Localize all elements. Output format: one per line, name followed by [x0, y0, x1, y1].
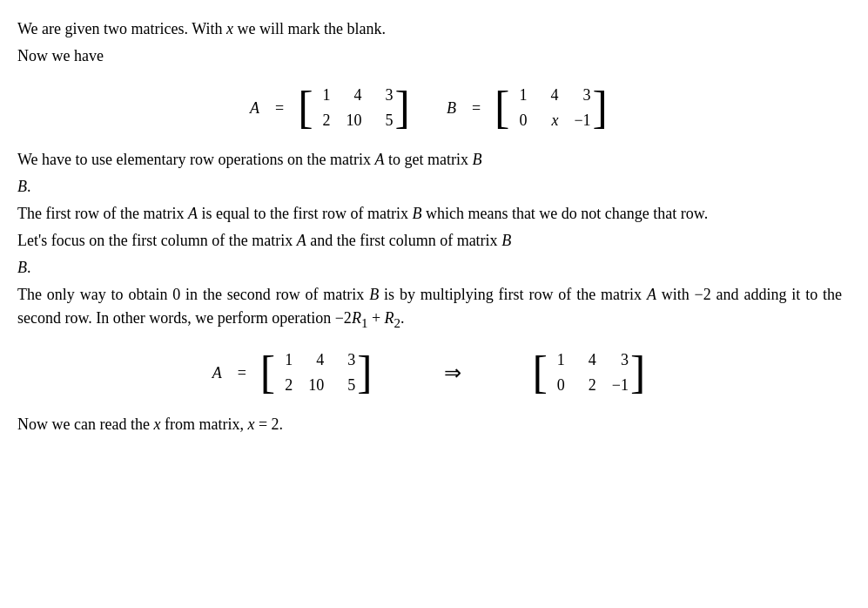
result-matrix-grid: 1 4 3 0 2 −1: [549, 348, 629, 397]
para4-R1: R: [352, 309, 361, 327]
a2-13: 3: [340, 348, 355, 372]
a21: 2: [315, 109, 331, 132]
bracket-left-1: [: [298, 85, 313, 131]
para3-b-dot: B.: [17, 256, 842, 280]
matrix-A2-bracket: [ 1 4 3 2 10 5 ]: [259, 348, 374, 397]
matrix-B-bracket: [ 1 4 3 0 x −1 ]: [493, 84, 609, 132]
bracket-right-2: ]: [593, 85, 608, 131]
r11: 1: [549, 348, 565, 372]
b22: x: [542, 109, 558, 132]
equals-sign-2: =: [472, 97, 481, 120]
para1-text2: to get matrix: [384, 151, 472, 168]
para1-b-dot: B.: [17, 175, 842, 199]
para4-text2: is by multiplying first row of the matri…: [379, 286, 647, 303]
para4-plus: +: [367, 309, 384, 327]
bracket-right-4: ]: [630, 350, 645, 395]
matrix-display-2: A = [ 1 4 3 2 10 5 ] ⇒ [ 1 4: [17, 348, 842, 397]
para-only-way: The only way to obtain 0 in the second r…: [17, 283, 842, 333]
a22: 10: [347, 109, 362, 132]
matrix-A2-expr: A = [ 1 4 3 2 10 5 ]: [212, 348, 374, 397]
matrix-display-1: A = [ 1 4 3 2 10 5 ] B = [: [17, 84, 842, 132]
a2-23: 5: [340, 374, 355, 397]
b21: 0: [511, 109, 527, 132]
a2-21: 2: [277, 374, 293, 397]
para4-B: B: [369, 286, 379, 303]
r13: 3: [612, 348, 629, 372]
para-first-row: The first row of the matrix A is equal t…: [17, 202, 842, 226]
para2-text2: is equal to the first row of matrix: [198, 205, 412, 222]
para4-R2: R: [385, 309, 394, 327]
a2-12: 4: [308, 348, 324, 372]
para4-sub2: 2: [394, 316, 401, 330]
bracket-right-1: ]: [395, 85, 410, 131]
a2-22: 10: [308, 374, 324, 397]
para1-B: B: [472, 151, 481, 168]
para2-text3: which means that we do not change that r…: [421, 205, 708, 222]
matrix-A-expr: A = [ 1 4 3 2 10 5 ]: [250, 84, 412, 132]
r22: 2: [581, 374, 596, 397]
implies-arrow: ⇒: [444, 357, 461, 388]
B-dot-2: B: [17, 259, 27, 276]
last-text-2: from matrix,: [160, 415, 247, 433]
last-eq: = 2.: [254, 415, 283, 433]
equals-sign-3: =: [238, 361, 246, 385]
a12: 4: [347, 84, 362, 107]
para1-A: A: [374, 151, 384, 168]
bracket-left-2: [: [495, 85, 509, 131]
para4-A: A: [647, 286, 656, 303]
matrix-A-label: A: [250, 97, 259, 120]
b11: 1: [511, 84, 527, 107]
r12: 4: [581, 348, 596, 372]
para4-period: .: [400, 309, 405, 327]
para2-A: A: [188, 205, 198, 222]
para3-B: B: [501, 232, 511, 249]
equals-sign-1: =: [275, 97, 284, 120]
r23: −1: [612, 374, 629, 397]
para4-text1: The only way to obtain 0 in the second r…: [17, 286, 369, 303]
bracket-right-3: ]: [357, 350, 372, 395]
last-text-1: Now we can read the: [17, 415, 153, 433]
b12: 4: [542, 84, 558, 107]
last-paragraph: Now we can read the x from matrix, x = 2…: [17, 413, 842, 436]
a2-11: 1: [277, 348, 293, 372]
b13: 3: [574, 84, 590, 107]
main-content: We are given two matrices. With x we wil…: [17, 17, 842, 436]
bracket-left-4: [: [533, 350, 548, 395]
B-dot: B: [17, 178, 27, 195]
a23: 5: [378, 109, 394, 132]
r21: 0: [549, 374, 565, 397]
b23: −1: [574, 109, 590, 132]
para3-text1: Let's focus on the first column of the m…: [17, 232, 297, 249]
intro-text-1: We are given two matrices. With: [17, 20, 226, 37]
matrix-A-grid: 1 4 3 2 10 5: [315, 84, 394, 132]
a13: 3: [378, 84, 394, 107]
matrix-A2-grid: 1 4 3 2 10 5: [277, 348, 355, 397]
bracket-left-3: [: [260, 350, 275, 395]
intro-text-2: we will mark the blank.: [233, 20, 386, 37]
matrix-B-grid: 1 4 3 0 x −1: [511, 84, 590, 132]
matrix-B-expr: B = [ 1 4 3 0 x −1 ]: [447, 84, 609, 132]
para2-text1: The first row of the matrix: [17, 205, 188, 222]
para-focus: Let's focus on the first column of the m…: [17, 229, 842, 253]
matrix-A2-label: A: [212, 361, 222, 385]
intro-paragraph: We are given two matrices. With x we wil…: [17, 17, 842, 41]
para1-text1: We have to use elementary row operations…: [17, 151, 374, 168]
a11: 1: [315, 84, 331, 107]
now-we-have-text: Now we have: [17, 44, 842, 68]
matrix-B-label: B: [447, 97, 456, 120]
result-matrix-bracket: [ 1 4 3 0 2 −1 ]: [531, 348, 648, 397]
para3-A: A: [297, 232, 306, 249]
para3-text2: and the first column of matrix: [306, 232, 501, 249]
para-row-ops: We have to use elementary row operations…: [17, 148, 842, 172]
para2-B: B: [412, 205, 421, 222]
matrix-A-bracket: [ 1 4 3 2 10 5 ]: [296, 84, 412, 132]
intro-x: x: [226, 20, 233, 37]
